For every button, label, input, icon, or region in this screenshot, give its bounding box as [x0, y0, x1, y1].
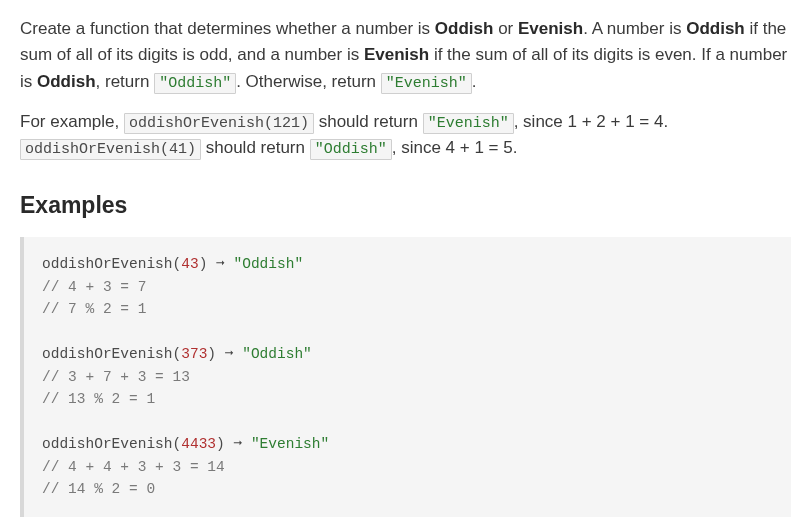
text: . A number is — [583, 19, 686, 38]
text: Create a function that determines whethe… — [20, 19, 435, 38]
code-string: "Oddish" — [233, 346, 311, 362]
text: For example, — [20, 112, 124, 131]
term-oddish: Oddish — [686, 19, 745, 38]
text: , since 4 + 1 = 5. — [392, 138, 518, 157]
intro-paragraph-2: For example, oddishOrEvenish(121) should… — [20, 109, 791, 162]
code-number: 43 — [181, 256, 198, 272]
code-text: ) — [216, 436, 233, 452]
code-literal-evenish: "Evenish" — [381, 73, 472, 94]
text: or — [493, 19, 518, 38]
examples-code-block: oddishOrEvenish(43) ➞ "Oddish" // 4 + 3 … — [20, 237, 791, 516]
text: should return — [201, 138, 310, 157]
arrow-icon: ➞ — [233, 436, 242, 452]
code-call-2: oddishOrEvenish(41) — [20, 139, 201, 160]
term-evenish: Evenish — [364, 45, 429, 64]
code-call-1: oddishOrEvenish(121) — [124, 113, 314, 134]
code-call: oddishOrEvenish( — [42, 256, 181, 272]
term-evenish: Evenish — [518, 19, 583, 38]
code-return-2: "Oddish" — [310, 139, 392, 160]
code-comment: // 4 + 3 = 7 — [42, 279, 146, 295]
code-comment: // 4 + 4 + 3 + 3 = 14 — [42, 459, 225, 475]
code-number: 4433 — [181, 436, 216, 452]
text: , since 1 + 2 + 1 = 4. — [514, 112, 669, 131]
problem-description: Create a function that determines whethe… — [20, 16, 791, 517]
code-literal-oddish: "Oddish" — [154, 73, 236, 94]
code-text: ) — [199, 256, 216, 272]
code-comment: // 7 % 2 = 1 — [42, 301, 146, 317]
intro-paragraph-1: Create a function that determines whethe… — [20, 16, 791, 95]
code-comment: // 3 + 7 + 3 = 13 — [42, 369, 190, 385]
text: . Otherwise, return — [236, 72, 381, 91]
code-return-1: "Evenish" — [423, 113, 514, 134]
code-call: oddishOrEvenish( — [42, 346, 181, 362]
code-comment: // 13 % 2 = 1 — [42, 391, 155, 407]
code-string: "Oddish" — [225, 256, 303, 272]
term-oddish: Oddish — [435, 19, 494, 38]
text: . — [472, 72, 477, 91]
term-oddish: Oddish — [37, 72, 96, 91]
code-comment: // 14 % 2 = 0 — [42, 481, 155, 497]
text: should return — [314, 112, 423, 131]
code-call: oddishOrEvenish( — [42, 436, 181, 452]
code-text: ) — [207, 346, 224, 362]
arrow-icon: ➞ — [216, 256, 225, 272]
text: , return — [96, 72, 155, 91]
examples-heading: Examples — [20, 188, 791, 224]
code-number: 373 — [181, 346, 207, 362]
code-string: "Evenish" — [242, 436, 329, 452]
